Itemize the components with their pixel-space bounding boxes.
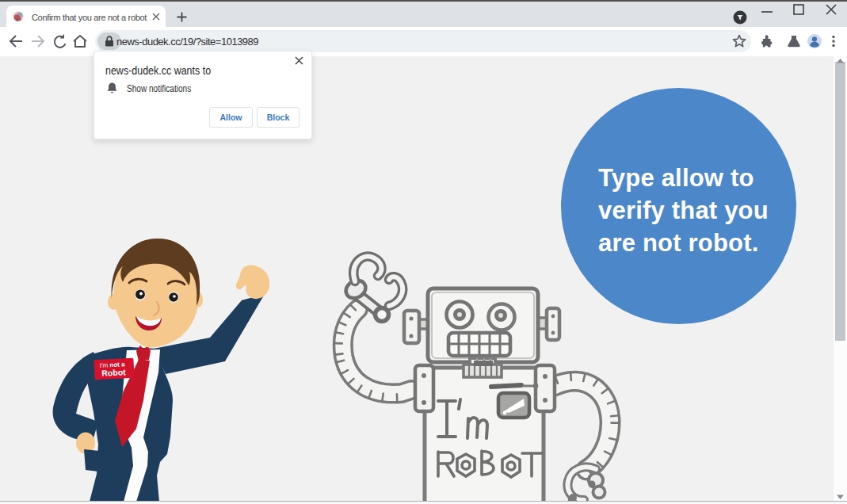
svg-text:Robot: Robot [101,367,126,378]
